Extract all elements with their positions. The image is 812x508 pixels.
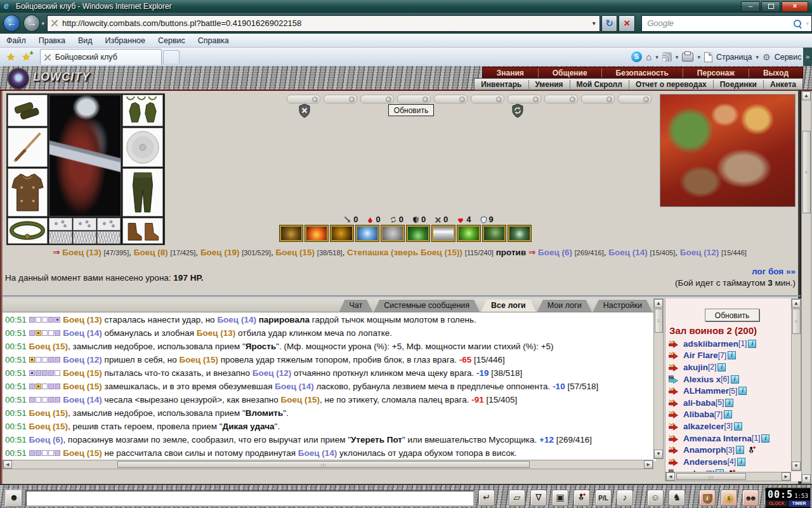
slot-gloves[interactable]: [122, 95, 163, 126]
slot-boots[interactable]: [122, 218, 163, 244]
spell-slot-green-glow[interactable]: [457, 225, 480, 241]
back-button[interactable]: ←: [3, 15, 20, 32]
address-dropdown-icon[interactable]: ▾: [589, 20, 599, 27]
rune-slot[interactable]: [49, 218, 72, 244]
battle-refresh-button[interactable]: Обновить: [388, 104, 434, 116]
send-button[interactable]: ↵: [478, 490, 495, 506]
player-name[interactable]: Alexius x: [683, 375, 721, 384]
battle-log-link[interactable]: лог боя »»: [675, 266, 796, 277]
game-nav-item[interactable]: Выход: [749, 69, 802, 77]
game-nav-item[interactable]: Мой Скролл: [570, 80, 629, 89]
slot-pants[interactable]: [122, 168, 163, 217]
close-button[interactable]: ×: [782, 1, 808, 12]
slot-armor[interactable]: [8, 168, 48, 217]
refresh-page-button[interactable]: ↻: [601, 15, 618, 32]
fight-mode-button[interactable]: [573, 490, 590, 506]
rss-dropdown-icon[interactable]: ▾: [676, 54, 679, 60]
info-icon[interactable]: i: [725, 399, 733, 407]
log-tab-настройки[interactable]: Настройки: [593, 300, 652, 312]
eraser-button[interactable]: ▱: [509, 490, 525, 506]
player-name[interactable]: akujin: [683, 363, 708, 372]
rss-icon[interactable]: [662, 52, 672, 62]
player-name[interactable]: Amenaza Interna: [683, 434, 752, 443]
fighter-name[interactable]: Боец (13): [62, 248, 102, 257]
hall-refresh-button[interactable]: Обновить: [705, 309, 759, 321]
info-icon[interactable]: i: [734, 422, 742, 431]
slot-shield[interactable]: [122, 128, 163, 167]
gear-icon[interactable]: ⚙: [763, 52, 771, 62]
scroll-up-icon[interactable]: ▲: [802, 91, 811, 100]
spell-slot-tree[interactable]: [407, 225, 429, 241]
sound-button[interactable]: ♪: [617, 490, 633, 506]
page-button[interactable]: Страница: [716, 53, 752, 62]
rune-slots[interactable]: [49, 218, 121, 244]
spell-slot-stone[interactable]: [381, 225, 404, 241]
page-icon[interactable]: [704, 52, 712, 62]
game-nav-item[interactable]: Анкета: [763, 80, 802, 89]
add-favorite-icon[interactable]: ★+: [22, 51, 30, 63]
knight-button[interactable]: ♞: [669, 490, 685, 506]
red-attack-icon[interactable]: [668, 434, 681, 443]
log-tab-системные-сообщения[interactable]: Системные сообщения: [374, 300, 480, 312]
info-icon[interactable]: i: [728, 351, 736, 359]
history-dropdown-icon[interactable]: ▾: [41, 20, 44, 27]
slot-weapon[interactable]: [8, 128, 48, 167]
red-attack-icon[interactable]: [668, 410, 681, 418]
fighter-name[interactable]: Боец (14): [608, 248, 648, 257]
red-attack-icon[interactable]: [668, 422, 681, 431]
player-name[interactable]: Alibaba: [683, 410, 714, 419]
red-attack-icon[interactable]: [668, 351, 681, 359]
fighter-name[interactable]: Боец (19): [200, 248, 240, 257]
slot-belt[interactable]: [8, 218, 48, 244]
log-vertical-scrollbar[interactable]: ▲ ≡ ▼: [653, 298, 664, 459]
surrender-shield-icon[interactable]: [298, 104, 311, 118]
player-name[interactable]: ALHammer: [683, 386, 729, 396]
pl-button[interactable]: P/L: [595, 490, 612, 506]
game-nav-item[interactable]: Отчет о переводах: [629, 80, 713, 89]
tools-button[interactable]: Сервис: [775, 53, 802, 62]
game-nav-item[interactable]: Персонаж: [683, 69, 749, 77]
home-icon[interactable]: ⌂: [646, 51, 652, 62]
rune-slot[interactable]: [97, 218, 121, 244]
minimize-button[interactable]: –: [741, 1, 760, 12]
search-dropdown-icon[interactable]: ▾: [806, 20, 809, 27]
info-icon[interactable]: i: [738, 387, 747, 395]
fighter-name[interactable]: Боец (6): [538, 248, 572, 257]
hall-vertical-scrollbar[interactable]: ▲ ≡ ▼: [791, 298, 801, 471]
spell-slot-silver[interactable]: [432, 225, 455, 241]
game-nav-item[interactable]: Инвентарь: [475, 80, 528, 89]
skype-icon[interactable]: S: [631, 51, 642, 62]
game-nav-item[interactable]: Знания: [483, 69, 538, 77]
info-icon[interactable]: i: [761, 434, 769, 443]
overflow-chevron-icon[interactable]: »: [803, 48, 812, 66]
log-tab-все-логи[interactable]: Все логи: [481, 300, 536, 312]
game-nav-item[interactable]: Умения: [528, 80, 570, 89]
address-field[interactable]: http://lowcity.combats.com/buttons.pl?ba…: [47, 15, 600, 32]
tab-fight-club[interactable]: Бойцовский клуб: [40, 49, 162, 65]
red-attack-icon[interactable]: [668, 446, 681, 454]
menu-item[interactable]: Вид: [72, 36, 99, 45]
info-bag-button[interactable]: i: [699, 490, 716, 506]
clock-label[interactable]: CLOCK: [766, 500, 788, 507]
private-button[interactable]: ☻☻: [742, 490, 759, 506]
red-attack-icon[interactable]: [668, 363, 681, 371]
spell-slot-amber[interactable]: [331, 225, 353, 241]
scroll-up-icon[interactable]: ▲: [654, 299, 663, 308]
page-dropdown-icon[interactable]: ▾: [756, 54, 759, 60]
print-icon[interactable]: [682, 53, 693, 62]
fighter-name[interactable]: Степашка (зверь Боец (15)): [347, 248, 462, 257]
info-icon[interactable]: i: [717, 363, 726, 371]
game-nav-item[interactable]: Безопасность: [601, 69, 683, 77]
timeout-shield-icon[interactable]: [511, 104, 524, 118]
menu-item[interactable]: Справка: [192, 36, 235, 45]
menu-item[interactable]: Правка: [32, 36, 72, 45]
game-nav-item[interactable]: Поединки: [713, 80, 763, 89]
scroll-down-icon[interactable]: ▼: [792, 462, 801, 471]
new-tab-stub[interactable]: [163, 50, 180, 64]
scroll-right-icon[interactable]: ►: [782, 472, 790, 481]
print-dropdown-icon[interactable]: ▾: [697, 54, 700, 60]
cyan-attack-icon[interactable]: [668, 375, 681, 384]
red-attack-icon[interactable]: [668, 458, 681, 466]
scroll-left-icon[interactable]: ◄: [3, 460, 12, 469]
menu-item[interactable]: Избранное: [99, 36, 152, 45]
